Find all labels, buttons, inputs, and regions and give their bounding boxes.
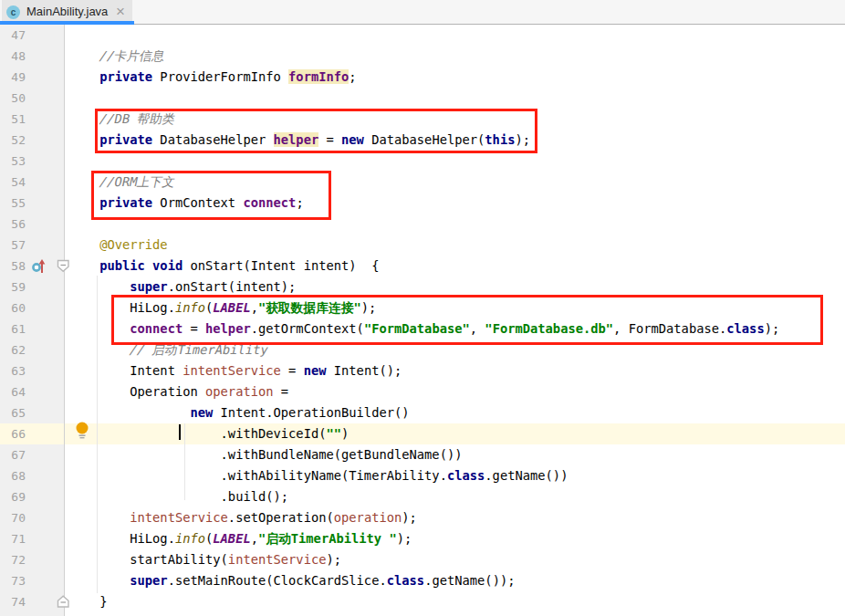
gutter-separator bbox=[64, 25, 65, 616]
line-number-60[interactable]: 60 bbox=[0, 298, 26, 318]
line-number-56[interactable]: 56 bbox=[0, 214, 26, 235]
line-number-66[interactable]: 66 bbox=[0, 423, 26, 444]
line-number-63[interactable]: 63 bbox=[0, 360, 26, 381]
line-number-52[interactable]: 52 bbox=[0, 130, 26, 151]
code-line-73[interactable]: super.setMainRoute(ClockCardSlice.class.… bbox=[69, 570, 515, 591]
line-number-62[interactable]: 62 bbox=[0, 339, 26, 360]
line-number-71[interactable]: 71 bbox=[0, 528, 26, 549]
code-line-67[interactable]: .withBundleName(getBundleName()) bbox=[69, 444, 462, 465]
code-line-63[interactable]: Intent intentService = new Intent(); bbox=[69, 360, 402, 381]
fold-marker-collapse-icon[interactable] bbox=[57, 259, 70, 277]
code-line-66[interactable]: .withDeviceId("") bbox=[69, 423, 349, 444]
line-number-72[interactable]: 72 bbox=[0, 549, 26, 570]
line-number-50[interactable]: 50 bbox=[0, 88, 26, 109]
code-line-74[interactable]: } bbox=[69, 591, 107, 612]
code-line-58[interactable]: public void onStart(Intent intent) { bbox=[69, 256, 379, 277]
java-class-icon: c bbox=[6, 5, 20, 19]
code-line-69[interactable]: .build(); bbox=[69, 486, 288, 507]
line-number-57[interactable]: 57 bbox=[0, 235, 26, 256]
code-line-72[interactable]: startAbility(intentService); bbox=[69, 549, 341, 570]
line-number-59[interactable]: 59 bbox=[0, 277, 26, 298]
code-editor[interactable]: 4748 //卡片信息49 private ProviderFormInfo f… bbox=[0, 25, 845, 616]
line-number-61[interactable]: 61 bbox=[0, 318, 26, 339]
annotation-box-orm-context bbox=[91, 171, 331, 220]
code-line-57[interactable]: @Override bbox=[69, 235, 168, 256]
line-number-58[interactable]: 58 bbox=[0, 256, 26, 277]
code-line-71[interactable]: HiLog.info(LABEL,"启动TimerAbility "); bbox=[69, 528, 412, 549]
line-number-70[interactable]: 70 bbox=[0, 507, 26, 528]
editor-tab-bar: c MainAbility.java × bbox=[0, 0, 845, 25]
annotation-box-db-helper bbox=[95, 109, 537, 153]
annotation-box-orm-connect bbox=[111, 295, 823, 345]
line-number-69[interactable]: 69 bbox=[0, 486, 26, 507]
overrides-method-icon[interactable] bbox=[30, 259, 47, 277]
line-number-54[interactable]: 54 bbox=[0, 172, 26, 193]
line-number-64[interactable]: 64 bbox=[0, 381, 26, 402]
text-caret bbox=[179, 424, 181, 440]
line-number-53[interactable]: 53 bbox=[0, 151, 26, 172]
line-number-73[interactable]: 73 bbox=[0, 570, 26, 591]
line-number-67[interactable]: 67 bbox=[0, 444, 26, 465]
code-line-48[interactable]: //卡片信息 bbox=[69, 46, 165, 67]
code-line-68[interactable]: .withAbilityName(TimerAbility.class.getN… bbox=[69, 465, 568, 486]
line-number-51[interactable]: 51 bbox=[0, 109, 26, 130]
code-line-65[interactable]: new Intent.OperationBuilder() bbox=[69, 402, 410, 423]
code-line-64[interactable]: Operation operation = bbox=[69, 381, 288, 402]
line-number-49[interactable]: 49 bbox=[0, 67, 26, 88]
line-number-68[interactable]: 68 bbox=[0, 465, 26, 486]
line-number-55[interactable]: 55 bbox=[0, 193, 26, 214]
fold-marker-end-icon[interactable] bbox=[57, 595, 70, 612]
line-number-48[interactable]: 48 bbox=[0, 46, 26, 67]
line-number-65[interactable]: 65 bbox=[0, 402, 26, 423]
line-number-74[interactable]: 74 bbox=[0, 591, 26, 612]
line-number-47[interactable]: 47 bbox=[0, 25, 26, 46]
code-line-49[interactable]: private ProviderFormInfo formInfo; bbox=[69, 67, 357, 88]
intention-bulb-icon[interactable] bbox=[76, 422, 89, 443]
code-line-70[interactable]: intentService.setOperation(operation); bbox=[69, 507, 417, 528]
